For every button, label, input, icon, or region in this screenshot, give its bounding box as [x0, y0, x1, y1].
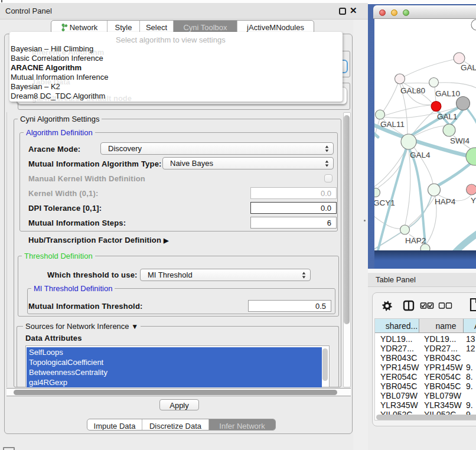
svg-text:SWI4: SWI4 [450, 136, 470, 145]
svg-text:GAL1: GAL1 [437, 112, 458, 121]
svg-text:GAL4: GAL4 [410, 151, 431, 159]
svg-text:HAP4: HAP4 [435, 197, 456, 206]
svg-text:GAL7: GAL7 [461, 63, 476, 72]
svg-text:Y: Y [471, 196, 476, 205]
svg-text:GCY1: GCY1 [374, 198, 395, 207]
svg-text:GAL80: GAL80 [400, 86, 425, 95]
svg-text:HAP2: HAP2 [405, 236, 426, 245]
svg-text:GAL10: GAL10 [435, 89, 460, 98]
svg-text:GAL11: GAL11 [380, 120, 405, 129]
